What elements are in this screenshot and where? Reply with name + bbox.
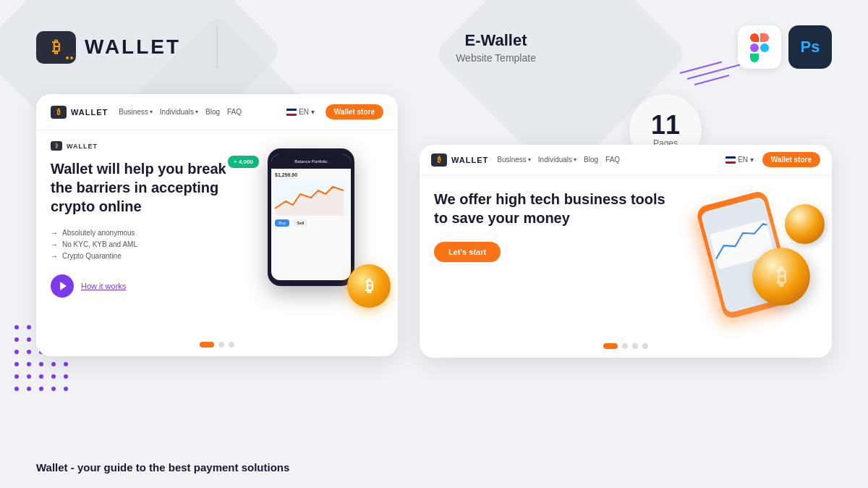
phone-content: $1,298.90 Buy Sell: [271, 169, 351, 230]
phone-buy-badge: Buy: [275, 219, 289, 227]
coin-overlay: ₿: [347, 264, 391, 308]
card-right-nav-links: Business ▾ Individuals ▾ Blog FAQ: [497, 156, 620, 164]
right-flag-icon: [726, 156, 736, 164]
arrow-icon-3: →: [51, 252, 58, 260]
phone-sell-badge: Sell: [293, 219, 307, 227]
right-nav-blog[interactable]: Blog: [584, 156, 598, 164]
card-right-preview: ₿ WALLET Business ▾ Individuals ▾ Blog F…: [420, 145, 832, 358]
brand-icon: ₿: [36, 31, 76, 64]
card-nav-links: Business ▾ Individuals ▾ Blog FAQ: [119, 108, 242, 116]
bottom-title: Wallet - your guide to the best payment …: [36, 461, 289, 474]
right-nav-faq[interactable]: FAQ: [605, 156, 620, 164]
right-wallet-store-button[interactable]: Wallet store: [762, 152, 820, 167]
card-right-brand: WALLET: [451, 156, 488, 164]
card-nav-logo-icon: ₿: [51, 106, 67, 119]
play-button[interactable]: [51, 274, 74, 298]
card-left-body: ₿ WALLET Wallet will help you break the …: [36, 130, 398, 333]
features-list: → Absolutely anonymous → No KYC, KYB and…: [51, 229, 231, 260]
hero-title: Wallet will help you break the barriers …: [51, 159, 231, 216]
feature-item-1: → Absolutely anonymous: [51, 229, 231, 237]
bitcoin-symbol: ₿: [52, 38, 60, 56]
header-tools: Ps: [738, 25, 832, 69]
lang-text: EN ▾: [299, 108, 315, 116]
card-body-left: ₿ WALLET Wallet will help you break the …: [51, 141, 239, 322]
right-nav-business[interactable]: Business ▾: [497, 156, 531, 164]
carousel-dot-2[interactable]: [218, 342, 224, 348]
card-left-preview: ₿ WALLET Business ▾ Individuals ▾ Blog F…: [36, 94, 398, 356]
mini-wallet-icon: ₿: [51, 141, 62, 151]
photoshop-badge[interactable]: Ps: [788, 25, 832, 69]
arrow-icon-2: →: [51, 240, 58, 248]
coin-3d-large: ₿: [752, 248, 810, 306]
coin-3d-small: [785, 204, 825, 244]
card-right-nav: ₿ WALLET Business ▾ Individuals ▾ Blog F…: [420, 145, 832, 175]
feature-text-2: No KYC, KYB and AML: [62, 240, 137, 248]
card-nav-logo: ₿ WALLET: [51, 106, 108, 119]
carousel-dot-1[interactable]: [200, 342, 214, 348]
figma-icon: [750, 33, 769, 61]
brand-logo: ₿ WALLET: [36, 31, 181, 64]
card-right-title: We offer high tech business tools to sav…: [434, 190, 665, 227]
cr-dot-1[interactable]: [603, 343, 618, 349]
nav-link-faq[interactable]: FAQ: [227, 108, 242, 116]
right-lang-text: EN ▾: [738, 156, 754, 164]
card-right-nav-icon: ₿: [431, 153, 447, 167]
header-center: E-Wallet Website Template: [254, 31, 738, 64]
flag-icon: [286, 109, 297, 116]
feature-item-2: → No KYC, KYB and AML: [51, 240, 231, 248]
right-nav-individuals[interactable]: Individuals ▾: [538, 156, 576, 164]
card-right-nav-logo: ₿ WALLET: [431, 153, 488, 167]
card-nav-lang[interactable]: EN ▾: [286, 108, 315, 116]
card-right-image: ₿: [673, 190, 817, 320]
ps-text: Ps: [801, 38, 820, 56]
brand-name-text: WALLET: [85, 35, 181, 59]
wallet-store-button[interactable]: Wallet store: [326, 104, 383, 119]
cr-dot-2[interactable]: [622, 343, 628, 349]
cr-dot-3[interactable]: [632, 343, 638, 349]
header-center-title: E-Wallet: [254, 31, 738, 50]
phone-mockup: Balance Portfolio $1,298.90 Buy: [268, 148, 354, 286]
wallet-label: ₿ WALLET: [51, 141, 231, 151]
carousel-dots: [36, 333, 398, 356]
top-header: ₿ WALLET E-Wallet Website Template Ps: [0, 0, 868, 94]
how-it-works-section: How it works: [51, 274, 231, 298]
how-it-works-link[interactable]: How it works: [81, 282, 126, 290]
card-left-nav: ₿ WALLET Business ▾ Individuals ▾ Blog F…: [36, 94, 398, 130]
nav-link-individuals[interactable]: Individuals ▾: [160, 108, 198, 116]
card-right-body: We offer high tech business tools to sav…: [420, 175, 832, 335]
header-divider: [217, 25, 218, 69]
card-right-text: We offer high tech business tools to sav…: [434, 190, 673, 320]
lets-start-button[interactable]: Let's start: [434, 242, 501, 262]
dots-indicator: [66, 56, 73, 59]
card-right-carousel-dots: [420, 335, 832, 358]
cr-dot-4[interactable]: [642, 343, 648, 349]
figma-badge[interactable]: [738, 25, 781, 69]
feature-text-1: Absolutely anonymous: [62, 229, 135, 237]
header-center-subtitle: Website Template: [254, 52, 738, 64]
card-body-right: + 4,000 Balance Portfolio $1,298.90: [239, 141, 383, 322]
main-content: ₿ WALLET Business ▾ Individuals ▾ Blog F…: [0, 94, 868, 488]
card-right-lang[interactable]: EN ▾: [726, 156, 754, 164]
phone-balance-value: $1,298.90: [275, 172, 347, 177]
phone-screen: Balance Portfolio $1,298.90 Buy: [271, 154, 351, 280]
balance-badge: + 4,000: [228, 156, 259, 168]
bottom-section: Wallet - your guide to the best payment …: [36, 461, 289, 474]
arrow-icon-1: →: [51, 229, 58, 237]
phone-chart: [275, 180, 347, 216]
feature-text-3: Crypto Quarantine: [62, 252, 122, 260]
nav-link-blog[interactable]: Blog: [205, 108, 220, 116]
card-nav-brand: WALLET: [71, 108, 108, 117]
carousel-dot-3[interactable]: [229, 342, 234, 348]
label-text: WALLET: [67, 143, 98, 150]
nav-link-business[interactable]: Business ▾: [119, 108, 153, 116]
feature-item-3: → Crypto Quarantine: [51, 252, 231, 260]
phone-header: Balance Portfolio: [271, 154, 351, 169]
